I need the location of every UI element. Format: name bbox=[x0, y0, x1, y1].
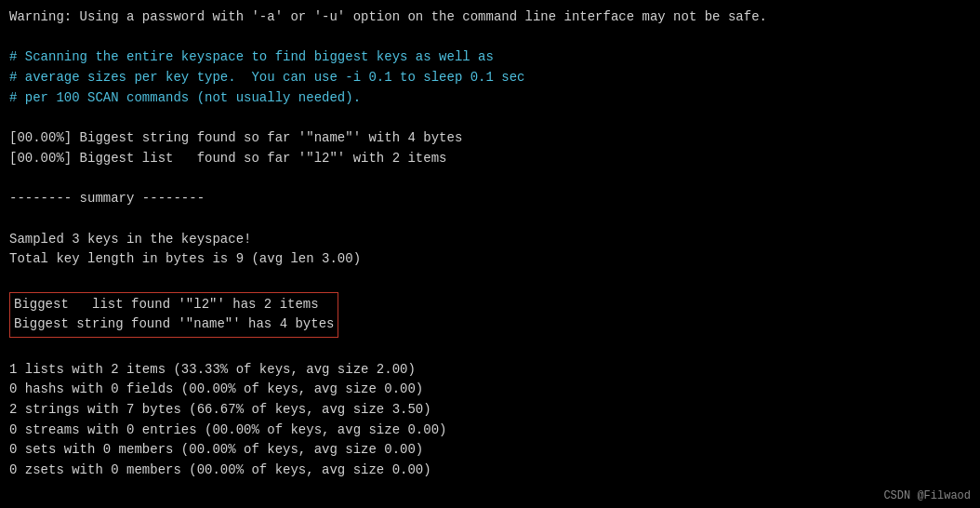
stat-line-3: 2 strings with 7 bytes (66.67% of keys, … bbox=[9, 400, 971, 421]
csdn-watermark: CSDN @Filwaod bbox=[883, 489, 971, 502]
stat-line-6: 0 zsets with 0 members (00.00% of keys, … bbox=[9, 461, 971, 481]
highlight-line-2: Biggest string found '"name"' has 4 byte… bbox=[14, 314, 334, 335]
stat-line-5: 0 sets with 0 members (00.00% of keys, a… bbox=[9, 440, 971, 461]
progress-line-2: [00.00%] Biggest list found so far '"l2"… bbox=[9, 149, 971, 169]
empty-line-3 bbox=[9, 169, 971, 190]
stat-line-2: 0 hashs with 0 fields (00.00% of keys, a… bbox=[9, 380, 971, 400]
progress-line-1: [00.00%] Biggest string found so far '"n… bbox=[9, 128, 971, 149]
stat-line-1: 1 lists with 2 items (33.33% of keys, av… bbox=[9, 360, 971, 381]
comment-line-3: # per 100 SCAN commands (not usually nee… bbox=[9, 88, 971, 109]
stats-section: 1 lists with 2 items (33.33% of keys, av… bbox=[9, 360, 971, 481]
highlight-box: Biggest list found '"l2"' has 2 items Bi… bbox=[9, 292, 338, 338]
stat-line-4: 0 streams with 0 entries (00.00% of keys… bbox=[9, 421, 971, 441]
empty-line-1 bbox=[9, 28, 971, 48]
sampled-line: Sampled 3 keys in the keyspace! bbox=[9, 230, 971, 250]
comment-line-1: # Scanning the entire keyspace to find b… bbox=[9, 47, 971, 68]
empty-line-6 bbox=[9, 340, 971, 360]
empty-line-5 bbox=[9, 270, 971, 290]
summary-divider: -------- summary -------- bbox=[9, 189, 971, 209]
terminal: Warning: Using a password with '-a' or '… bbox=[0, 0, 980, 508]
empty-line-2 bbox=[9, 108, 971, 128]
warning-line: Warning: Using a password with '-a' or '… bbox=[9, 7, 971, 28]
highlight-line-1: Biggest list found '"l2"' has 2 items bbox=[14, 295, 334, 315]
empty-line-4 bbox=[9, 209, 971, 230]
comment-line-2: # average sizes per key type. You can us… bbox=[9, 68, 971, 88]
total-key-length-line: Total key length in bytes is 9 (avg len … bbox=[9, 249, 971, 270]
